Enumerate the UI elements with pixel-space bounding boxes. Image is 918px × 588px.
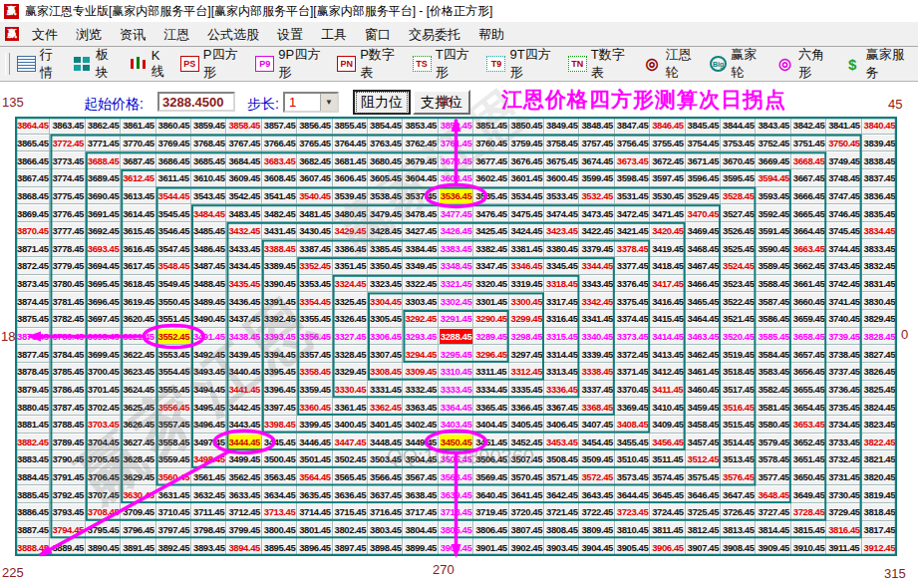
chevron-down-icon[interactable]: ▼ [320,94,337,111]
grid-cell: 3789.45 [50,434,85,451]
child-window-icon[interactable]: 赢 [5,27,19,41]
angle-label-225: 225 [2,565,24,580]
grid-cell: 3621.45 [121,328,155,346]
toolbar-button-P数字表[interactable]: PNP数字表 [333,46,408,82]
grid-cell: 3824.45 [862,398,897,416]
grid-cell: 3795.45 [86,521,121,539]
grid-cell: 3451.45 [473,434,508,451]
grid-cell: 3573.45 [615,468,650,486]
menu-item-文件[interactable]: 文件 [23,25,67,44]
toolbar-button-赢家轮[interactable]: Big赢家轮 [706,46,771,82]
grid-cell: 3498.45 [191,450,226,468]
grid-cell: 3365.45 [473,398,508,416]
app-window: 赢 赢家江恩专业版[赢家内部服务平台][赢家内部服务平台][赢家内部服务平台] … [0,0,918,588]
grid-cell: 3834.45 [862,222,897,240]
grid-cell: 3871.45 [15,239,50,257]
menu-item-资讯[interactable]: 资讯 [111,25,154,44]
grid-cell: 3681.45 [333,151,368,169]
grid-cell: 3799.45 [226,521,261,539]
grid-cell: 3605.45 [368,169,403,187]
toolbar-button-江恩轮[interactable]: ◎江恩轮 [639,46,707,82]
grid-cell: 3628.45 [121,450,155,468]
grid-cell: 3659.45 [791,310,826,328]
grid-cell: 3719.45 [473,503,508,521]
menu-item-交易委托[interactable]: 交易委托 [400,25,469,44]
grid-cell: 3585.45 [756,328,790,346]
grid-cell: 3810.45 [615,521,650,539]
toolbar-button-六角形[interactable]: ◎六角形 [771,46,839,82]
grid-cell: 3297.45 [509,345,544,363]
toolbar-button-P四方形[interactable]: PSP四方形 [176,46,251,82]
menu-item-帮助[interactable]: 帮助 [469,25,513,44]
toolbar-button-赢家服务[interactable]: $赢家服务 [839,46,918,82]
grid-cell: 3819.45 [862,485,897,503]
grid-cell: 3495.45 [191,398,226,416]
menu-item-公式选股[interactable]: 公式选股 [198,25,268,44]
toolbar-button-T数字表[interactable]: TNT数字表 [564,46,639,82]
grid-cell: 3568.45 [439,468,473,486]
grid-cell: 3713.45 [262,503,297,521]
grid-cell: 3509.45 [579,450,614,468]
grid-cell: 3581.45 [756,398,790,416]
resistance-button[interactable]: 阻力位 [353,90,411,115]
step-select[interactable]: 1 ▼ [283,92,339,113]
grid-cell: 3508.45 [544,450,579,468]
menu-item-浏览[interactable]: 浏览 [67,25,111,44]
grid-cell: 3808.45 [544,521,579,539]
grid-cell: 3300.45 [509,292,544,310]
angle-label-315: 315 [884,566,906,581]
grid-cell: 3511.45 [650,450,685,468]
grid-cell: 3599.45 [579,169,614,187]
grid-cell: 3772.45 [50,135,85,152]
toolbar-button-K线[interactable]: K线 [125,48,176,81]
grid-cell: 3546.45 [156,222,191,240]
grid-cell: 3813.45 [721,521,756,539]
start-price-input[interactable] [157,92,235,112]
grid-cell: 3523.45 [721,275,756,293]
menu-item-设置[interactable]: 设置 [268,25,312,44]
grid-cell: 3490.45 [191,310,226,328]
menu-item-窗口[interactable]: 窗口 [356,25,400,44]
toolbar-button-9P四方形[interactable]: P99P四方形 [251,46,333,82]
grid-cell: 3830.45 [862,292,897,310]
grid-cell: 3436.45 [226,292,261,310]
grid-cell: 3530.45 [650,187,685,205]
grid-cell: 3514.45 [721,434,756,451]
grid-cell: 3506.45 [473,450,508,468]
menu-item-江恩[interactable]: 江恩 [154,25,198,44]
grid-cell: 3296.45 [473,345,508,363]
menu-item-工具[interactable]: 工具 [312,25,356,44]
grid-cell: 3447.45 [333,434,368,451]
grid-cell: 3654.45 [791,398,826,416]
grid-cell: 3445.45 [262,434,297,451]
grid-cell: 3382.45 [473,239,508,257]
grid-cell: 3513.45 [721,450,756,468]
grid-cell: 3823.45 [862,416,897,434]
grid-cell: 3309.45 [403,363,438,381]
grid-cell: 3489.45 [191,292,226,310]
grid-cell: 3748.45 [826,169,861,187]
angle-label-0: 0 [901,327,908,342]
grid-cell: 3817.45 [862,521,897,539]
grid-cell: 3356.45 [297,328,332,346]
grid-cell: 3317.45 [544,292,579,310]
start-price-label: 起始价格: [84,96,144,114]
toolbar-button-T四方形[interactable]: TST四方形 [409,46,483,82]
toolbar-button-行情[interactable]: 行情 [13,46,69,82]
grid-cell: 3637.45 [368,485,403,503]
grid-cell: 3485.45 [191,222,226,240]
grid-cell: 3631.45 [156,485,191,503]
grid-cell: 3897.45 [333,538,368,556]
toolbar-grip[interactable] [5,53,10,75]
grid-cell: 3646.45 [686,485,721,503]
grid-cell: 3516.45 [721,398,756,416]
grid-cell: 3549.45 [156,275,191,293]
toolbar-button-板块[interactable]: 板块 [69,46,125,82]
grid-cell: 3538.45 [368,187,403,205]
grid-cell: 3399.45 [297,416,332,434]
toolbar-button-9T四方形[interactable]: T99T四方形 [482,46,563,82]
grid-cell: 3792.45 [50,485,85,503]
grid-cell: 3497.45 [191,434,226,451]
grid-cell: 3405.45 [509,416,544,434]
grid-cell: 3618.45 [121,275,155,293]
